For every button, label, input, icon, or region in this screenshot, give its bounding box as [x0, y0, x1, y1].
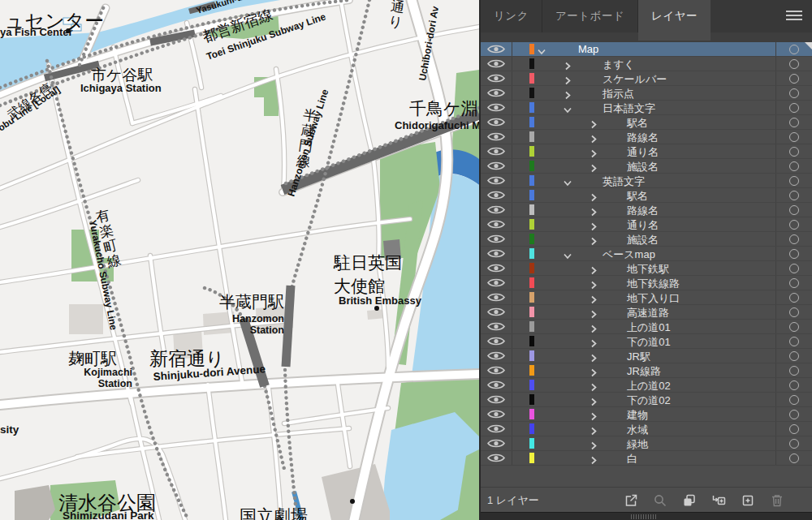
expand-chevron-icon[interactable] [590, 351, 598, 360]
visibility-toggle-eye-icon[interactable] [481, 174, 512, 187]
layer-row[interactable]: 施設名 [481, 159, 812, 174]
visibility-toggle-eye-icon[interactable] [481, 42, 512, 56]
visibility-toggle-eye-icon[interactable] [481, 57, 512, 71]
visibility-toggle-eye-icon[interactable] [481, 115, 512, 129]
layer-row[interactable]: 通り名 [481, 144, 812, 159]
target-circle[interactable] [775, 305, 812, 319]
expand-chevron-icon[interactable] [590, 191, 598, 200]
visibility-toggle-eye-icon[interactable] [481, 232, 512, 246]
target-circle[interactable] [775, 363, 812, 377]
layer-row[interactable]: 施設名 [481, 232, 812, 247]
layer-name[interactable]: 水域 [627, 423, 648, 437]
visibility-toggle-eye-icon[interactable] [481, 86, 512, 100]
layer-name[interactable]: ベースmap [603, 247, 655, 262]
layer-row[interactable]: 英語文字 [481, 174, 812, 188]
visibility-toggle-eye-icon[interactable] [481, 393, 512, 406]
visibility-toggle-eye-icon[interactable] [481, 71, 512, 85]
expand-chevron-icon[interactable] [590, 205, 598, 214]
layer-name[interactable]: 白 [627, 452, 637, 466]
panel-resize-strip[interactable] [481, 512, 812, 520]
layer-name[interactable]: ますく [603, 58, 635, 72]
target-circle[interactable] [775, 422, 812, 436]
layer-list-empty-area[interactable] [481, 466, 812, 487]
expand-chevron-icon[interactable] [590, 307, 598, 316]
visibility-toggle-eye-icon[interactable] [481, 349, 512, 363]
expand-chevron-icon[interactable] [590, 118, 598, 127]
layer-name[interactable]: JR線路 [627, 364, 661, 379]
panel-tab[interactable]: リンク [481, 0, 542, 32]
expand-chevron-icon[interactable] [590, 278, 598, 287]
layer-name[interactable]: 高速道路 [627, 306, 669, 320]
layer-name[interactable]: Map [578, 43, 598, 55]
target-circle[interactable] [775, 71, 812, 85]
panel-menu-icon[interactable] [786, 11, 802, 22]
visibility-toggle-eye-icon[interactable] [481, 451, 512, 465]
layer-row[interactable]: 地下入り口 [481, 290, 812, 305]
resize-grip[interactable] [631, 514, 657, 519]
visibility-toggle-eye-icon[interactable] [481, 159, 512, 173]
target-circle[interactable] [775, 349, 812, 363]
expand-chevron-icon[interactable] [590, 322, 598, 331]
panel-tab[interactable]: アートボード [542, 0, 638, 32]
expand-chevron-icon[interactable] [590, 337, 598, 346]
layer-row[interactable]: 地下鉄線路 [481, 276, 812, 290]
layer-row[interactable]: 水域 [481, 422, 812, 436]
visibility-toggle-eye-icon[interactable] [481, 378, 512, 392]
layer-name[interactable]: 建物 [627, 408, 648, 423]
layer-row[interactable]: 白 [481, 451, 812, 466]
visibility-toggle-eye-icon[interactable] [481, 261, 512, 275]
layer-name[interactable]: 駅名 [627, 116, 648, 131]
layer-name[interactable]: 駅名 [627, 189, 648, 204]
expand-chevron-icon[interactable] [590, 220, 598, 229]
layer-name[interactable]: スケールバー [603, 72, 667, 87]
layer-row[interactable]: 駅名 [481, 188, 812, 203]
layer-row[interactable]: 通り名 [481, 217, 812, 232]
visibility-toggle-eye-icon[interactable] [481, 320, 512, 333]
map-canvas[interactable]: ュセンター市ケ谷駅都営新宿線半蔵門線千鳥ケ淵有楽町線駐日英国大使館半蔵門駅麹町駅… [0, 0, 479, 520]
target-circle[interactable] [775, 86, 812, 100]
layer-name[interactable]: 下の道02 [627, 393, 671, 408]
layer-name[interactable]: 指示点 [603, 87, 634, 101]
collapse-chevron-icon[interactable] [564, 249, 572, 258]
target-circle[interactable] [775, 188, 812, 202]
target-circle[interactable] [775, 130, 812, 144]
expand-chevron-icon[interactable] [590, 161, 598, 170]
expand-chevron-icon[interactable] [590, 453, 598, 462]
layer-row[interactable]: ベースmap [481, 247, 812, 261]
expand-chevron-icon[interactable] [564, 74, 572, 83]
target-circle[interactable] [775, 436, 812, 450]
layer-name[interactable]: 施設名 [627, 160, 659, 174]
target-circle[interactable] [775, 290, 812, 304]
layer-name[interactable]: 英語文字 [603, 174, 645, 189]
new-layer-icon[interactable] [741, 493, 755, 508]
target-circle[interactable] [775, 232, 812, 246]
visibility-toggle-eye-icon[interactable] [481, 363, 512, 377]
layer-name[interactable]: 施設名 [627, 233, 659, 247]
make-clipping-mask-icon[interactable] [682, 493, 697, 508]
target-circle[interactable] [775, 451, 812, 465]
visibility-toggle-eye-icon[interactable] [481, 144, 512, 158]
layer-row[interactable]: JR駅 [481, 349, 812, 363]
visibility-toggle-eye-icon[interactable] [481, 407, 512, 421]
layer-name[interactable]: 地下入り口 [627, 291, 680, 306]
layer-name[interactable]: 上の道01 [627, 320, 671, 335]
target-circle[interactable] [775, 101, 812, 114]
layer-row[interactable]: 下の道02 [481, 393, 812, 407]
layer-name[interactable]: 通り名 [627, 218, 659, 233]
layer-row[interactable]: 上の道02 [481, 378, 812, 393]
expand-chevron-icon[interactable] [590, 424, 598, 433]
target-circle[interactable] [775, 334, 812, 348]
new-sublayer-icon[interactable] [711, 493, 726, 508]
layer-row[interactable]: 地下鉄駅 [481, 261, 812, 276]
collapse-chevron-icon[interactable] [564, 176, 572, 185]
layer-name[interactable]: 上の道02 [627, 379, 671, 393]
layer-name[interactable]: 緑地 [627, 437, 648, 452]
layer-name[interactable]: 地下鉄駅 [627, 262, 669, 277]
expand-chevron-icon[interactable] [590, 234, 598, 243]
visibility-toggle-eye-icon[interactable] [481, 188, 512, 202]
layer-row[interactable]: 高速道路 [481, 305, 812, 320]
layer-row[interactable]: Map [481, 42, 812, 57]
visibility-toggle-eye-icon[interactable] [481, 217, 512, 231]
target-circle[interactable] [775, 115, 812, 129]
layer-row[interactable]: スケールバー [481, 71, 812, 86]
